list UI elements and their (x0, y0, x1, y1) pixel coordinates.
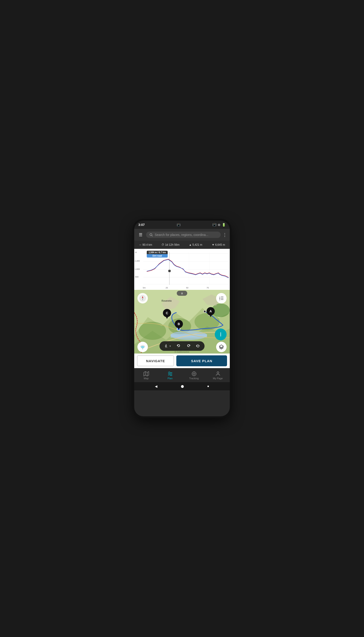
search-placeholder: Search for places, regions, coordina... (155, 233, 208, 236)
nav-label-plan: Plan (168, 377, 172, 380)
stat-ascent: ▲ 5,421 m (189, 243, 202, 246)
waypoint-a-label: A (206, 307, 215, 315)
svg-text:C: C (219, 299, 220, 300)
x-label-50: 50 (186, 287, 188, 289)
walk-icon (164, 344, 168, 348)
svg-point-12 (169, 270, 170, 272)
map-tools: ▼ (160, 341, 204, 351)
x-label-25: 25 (166, 287, 168, 289)
y-label-m: m (135, 251, 137, 254)
android-nav: ◀ ⬤ ■ (134, 382, 230, 390)
more-options-button[interactable]: ⋮ (222, 232, 227, 238)
y-label-2400: 2,400 (135, 260, 140, 262)
bottom-nav: Map Plan Tracking (134, 368, 230, 382)
snap-button[interactable] (194, 342, 202, 350)
nav-item-plan[interactable]: Plan (158, 370, 182, 381)
undo-button[interactable] (174, 342, 183, 350)
svg-point-43 (194, 373, 195, 374)
descent-value: ▼ 6,645 m (212, 243, 225, 246)
waypoint-c[interactable]: C (163, 309, 171, 319)
redo-button[interactable] (184, 342, 193, 350)
status-icon-signal: 📳 (177, 223, 180, 226)
stat-descent: ▼ 6,645 m (212, 243, 225, 246)
phone-frame: 3:07 📳 📳 ⊖ 🔋 ☰ Search for places, region… (134, 221, 230, 416)
ascent-value: ▲ 5,421 m (189, 243, 202, 246)
redo-icon (186, 344, 190, 348)
distance-value: ↔ 90.4 km (139, 243, 152, 246)
elevation-chart[interactable]: 1,584 m / 6.7 km Dirt road m 2,400 1,600… (134, 249, 230, 290)
city-label: Rovereto (162, 300, 172, 302)
tracking-nav-icon (191, 371, 197, 376)
svg-marker-39 (144, 372, 149, 376)
waypoint-a-tail (210, 315, 212, 317)
android-recent-button[interactable]: ■ (207, 385, 209, 388)
waypoint-c-tail (166, 317, 168, 319)
waypoint-b-tail (178, 328, 180, 330)
svg-line-1 (152, 236, 153, 236)
status-time: 3:07 (138, 223, 145, 226)
search-bar: ☰ Search for places, regions, coordina..… (134, 229, 230, 241)
undo-icon (177, 344, 181, 348)
status-bar: 3:07 📳 📳 ⊖ 🔋 (134, 221, 230, 229)
x-label-75: 75 (206, 287, 209, 289)
walk-mode-button[interactable]: ▼ (162, 342, 174, 350)
y-label-1600: 1,600 (135, 268, 140, 270)
chart-tooltip-elevation: 1,584 m / 6.7 km (147, 251, 168, 254)
signal-icon: ! (140, 344, 145, 350)
nav-label-map: Map (144, 377, 148, 380)
navigate-button[interactable]: NAVIGATE (137, 355, 174, 366)
vibrate-icon: 📳 (212, 223, 216, 226)
android-home-button[interactable]: ⬤ (181, 385, 184, 388)
compass-button[interactable] (138, 293, 148, 304)
layers-button[interactable] (216, 342, 226, 352)
plan-nav-icon (168, 371, 173, 376)
stats-bar: ↔ 90.4 km ⏱ 1d 12h 56m ▲ 5,421 m ▼ 6,645… (134, 241, 230, 249)
mypage-nav-icon (215, 371, 221, 376)
nav-label-tracking: Tracking (189, 377, 199, 380)
action-bar: NAVIGATE SAVE PLAN (134, 354, 230, 368)
nav-item-map[interactable]: Map (134, 370, 158, 381)
save-plan-button[interactable]: SAVE PLAN (176, 355, 227, 366)
map-nav-icon (144, 371, 149, 376)
more-fab-button[interactable] (215, 328, 226, 340)
more-fab-icon (220, 332, 221, 336)
waypoint-b-label: B (175, 320, 183, 328)
layers-icon (219, 344, 224, 350)
android-back-button[interactable]: ◀ (155, 384, 158, 388)
stat-duration: ⏱ 1d 12h 56m (162, 243, 180, 246)
nav-item-mypage[interactable]: My Page (206, 370, 230, 381)
nav-item-tracking[interactable]: Tracking (182, 370, 206, 381)
svg-point-0 (150, 234, 152, 236)
search-icon (149, 233, 153, 236)
status-icons: 📳 ⊖ 🔋 (212, 223, 226, 226)
waypoint-c-label: C (163, 309, 171, 317)
map-area[interactable]: Rovereto ∧ A B C A (134, 290, 230, 354)
search-input-wrap[interactable]: Search for places, regions, coordina... (146, 232, 221, 238)
x-label-km: km (143, 287, 146, 289)
walk-dropdown-arrow: ▼ (169, 345, 171, 348)
duration-value: ⏱ 1d 12h 56m (162, 243, 180, 246)
copyright-text: © Outdooractive (174, 351, 189, 353)
chart-tooltip-surface: Dirt road (147, 254, 168, 258)
signal-button[interactable]: ! (138, 342, 148, 352)
waypoint-a[interactable]: A (206, 307, 215, 317)
dnd-icon: ⊖ (218, 223, 220, 226)
snap-icon (196, 344, 200, 348)
hamburger-button[interactable]: ☰ (137, 231, 144, 238)
y-label-800: 800 (135, 276, 138, 278)
legend-button[interactable]: A B C (216, 293, 226, 304)
nav-label-mypage: My Page (213, 377, 223, 380)
stat-distance: ↔ 90.4 km (139, 243, 152, 246)
svg-point-16 (139, 322, 166, 340)
svg-point-48 (217, 372, 219, 374)
svg-point-25 (204, 310, 206, 312)
battery-icon: 🔋 (222, 223, 226, 226)
svg-point-38 (166, 344, 166, 345)
waypoint-b[interactable]: B (175, 320, 183, 330)
svg-text:!: ! (142, 348, 143, 350)
collapse-chart-button[interactable]: ∧ (177, 291, 187, 296)
